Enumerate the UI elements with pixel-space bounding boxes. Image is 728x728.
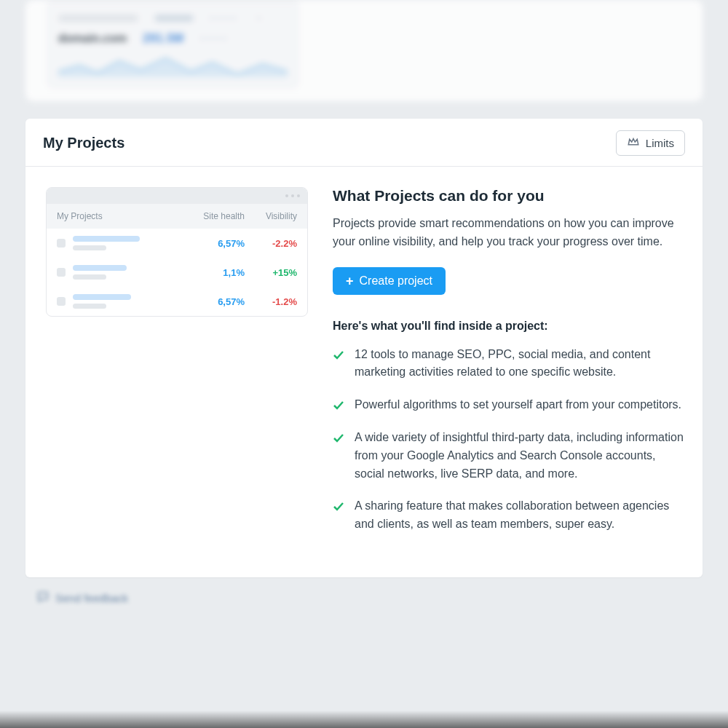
preview-window-bar [47,188,307,204]
feature-text: A wide variety of insightful third-party… [355,429,685,483]
check-icon [333,349,344,360]
limits-label: Limits [646,137,674,149]
domain-preview-card: ～ domain.com 291.5M [47,0,298,88]
feature-list: 12 tools to manage SEO, PPC, social medi… [333,346,685,534]
check-icon [333,399,344,411]
projects-info: What Projects can do for you Projects pr… [333,187,685,548]
checkbox-placeholder [57,297,66,306]
top-blurred-region: ～ domain.com 291.5M [0,0,728,101]
preview-header-row: My Projects Site health Visibility [47,204,307,229]
checkbox-placeholder [57,268,66,277]
list-item: A wide variety of insightful third-party… [333,429,685,483]
features-heading: Here's what you'll find inside a project… [333,320,685,333]
checkbox-placeholder [57,239,66,248]
projects-preview: My Projects Site health Visibility 6,57%… [46,187,308,317]
table-row: 1,1% +15% [47,258,307,287]
section-description: Projects provide smart recommendations o… [333,215,685,251]
send-feedback-link[interactable]: Send feedback [36,590,128,606]
visibility-value: -2.2% [245,238,297,249]
plus-icon: + [346,274,354,288]
crown-icon [627,135,640,151]
list-item: Powerful algorithms to set yourself apar… [333,396,685,414]
col-projects: My Projects [57,211,185,221]
visibility-value: +15% [245,267,297,278]
top-card: ～ domain.com 291.5M [25,0,703,101]
domain-name: domain.com [58,32,127,45]
chat-icon [36,590,50,606]
domain-value: 291.5M [143,32,183,45]
site-health-value: 1,1% [185,267,245,278]
create-project-button[interactable]: + Create project [333,267,446,295]
check-icon [333,500,344,512]
list-item: 12 tools to manage SEO, PPC, social medi… [333,346,685,382]
site-health-value: 6,57% [185,238,245,249]
visibility-value: -1.2% [245,296,297,307]
page-title: My Projects [43,135,124,151]
col-visibility: Visibility [245,211,297,221]
limits-button[interactable]: Limits [616,130,685,156]
table-row: 6,57% -1.2% [47,287,307,316]
check-icon [333,432,344,443]
feature-text: Powerful algorithms to set yourself apar… [355,396,681,414]
section-heading: What Projects can do for you [333,187,685,205]
feature-text: A sharing feature that makes collaborati… [355,497,685,534]
my-projects-header: My Projects Limits [25,119,703,167]
bottom-shadow [0,711,728,728]
feature-text: 12 tools to manage SEO, PPC, social medi… [355,346,685,382]
col-site-health: Site health [185,211,245,221]
create-project-label: Create project [360,274,433,288]
send-feedback-label: Send feedback [55,592,128,604]
list-item: A sharing feature that makes collaborati… [333,497,685,534]
table-row: 6,57% -2.2% [47,229,307,258]
my-projects-card: My Projects Limits My Projects Site heal… [25,119,703,577]
site-health-value: 6,57% [185,296,245,307]
sparkline [58,52,288,77]
